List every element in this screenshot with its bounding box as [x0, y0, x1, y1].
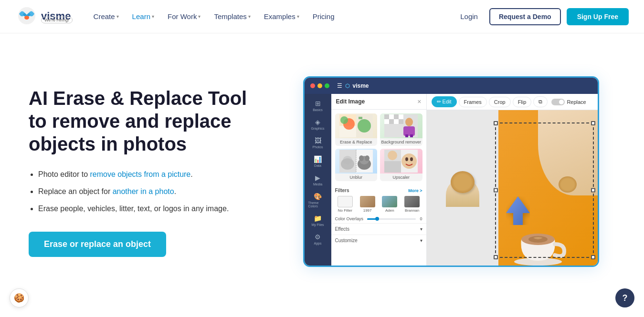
sidebar-label-photos: Photos — [313, 145, 323, 149]
panel-close-button[interactable]: × — [417, 98, 421, 105]
logo-icon — [15, 5, 38, 28]
svg-rect-20 — [405, 134, 408, 137]
filter-brannan[interactable]: Brannan — [402, 196, 422, 213]
apps-icon: ⚙ — [315, 233, 321, 241]
login-button[interactable]: Login — [454, 9, 484, 24]
filter-row: No Filter 1997 Aden Brannan — [331, 194, 426, 215]
bg-remover-preview — [380, 113, 422, 138]
thumb-upscaler[interactable]: Upscaler — [380, 149, 422, 181]
nav-item-learn[interactable]: Learn ▾ — [127, 9, 160, 24]
sidebar-label-basics: Basics — [313, 108, 323, 112]
svg-rect-21 — [410, 134, 413, 137]
toolbar-flip-button[interactable]: Flip — [513, 97, 532, 107]
sidebar-label-apps: Apps — [314, 242, 322, 245]
canvas-area: ✏ Edit Frames Crop Flip ⧉ Replace — [427, 94, 598, 266]
filters-section-title: Filters More > — [331, 185, 426, 194]
graphics-icon: ◈ — [315, 118, 320, 126]
cookie-consent-button[interactable]: 🍪 — [10, 288, 29, 307]
thumb-erase-replace[interactable]: Erase & Replace — [335, 113, 378, 146]
svg-point-7 — [358, 119, 371, 133]
customize-accordion[interactable]: Customize ▾ — [331, 235, 426, 246]
sidebar-item-media[interactable]: ▶ Media — [306, 171, 329, 189]
erase-replace-preview — [335, 113, 378, 138]
effects-chevron-icon: ▾ — [420, 226, 422, 232]
canvas-right-section — [498, 110, 598, 266]
signup-button[interactable]: Sign Up Free — [567, 8, 629, 25]
demo-sidebar: ⊞ Basics ◈ Graphics 🖼 Photos 📊 Data — [305, 94, 331, 266]
svg-point-36 — [405, 157, 408, 161]
window-controls — [310, 83, 329, 88]
svg-rect-17 — [399, 119, 403, 124]
slider-handle — [375, 217, 379, 221]
sidebar-item-photos[interactable]: 🖼 Photos — [306, 134, 329, 152]
filter-no-filter[interactable]: No Filter — [335, 196, 356, 213]
nav-item-examples[interactable]: Examples ▾ — [258, 9, 305, 24]
color-overlays-label: Color Overlays — [335, 216, 364, 221]
bullet-2-link[interactable]: another in a photo — [113, 187, 174, 195]
sidebar-label-data: Data — [314, 164, 321, 167]
bg-thumb-svg — [384, 114, 418, 137]
window-minimize-dot — [317, 83, 322, 88]
upscaler-label: Upscaler — [380, 174, 422, 181]
toolbar-copy-button[interactable]: ⧉ — [533, 96, 548, 107]
chevron-down-icon: ▾ — [152, 14, 154, 19]
request-demo-button[interactable]: Request a Demo — [489, 8, 561, 25]
sidebar-item-apps[interactable]: ⚙ Apps — [306, 230, 329, 248]
bullet-3: Erase people, vehicles, litter, text, or… — [38, 203, 267, 215]
files-icon: 📁 — [314, 215, 322, 222]
bg-remover-label: Background remover — [380, 138, 422, 146]
canvas-left-section — [427, 110, 498, 266]
tool-thumbnails: Erase & Replace — [331, 110, 426, 185]
unblur-thumb-svg — [339, 150, 373, 173]
sidebar-item-basics[interactable]: ⊞ Basics — [306, 97, 329, 114]
thumb-bg-remover[interactable]: Background remover — [380, 113, 422, 146]
theme-icon: 🎨 — [314, 193, 322, 200]
color-overlays-row: Color Overlays 0 — [331, 215, 426, 223]
logo[interactable]: visme We're Hiring! — [15, 5, 73, 28]
nav-item-pricing[interactable]: Pricing — [307, 9, 340, 24]
customize-label: Customize — [335, 238, 358, 243]
thumb-unblur[interactable]: Unblur — [335, 149, 378, 181]
chevron-down-icon: ▾ — [248, 14, 251, 19]
color-overlays-value: 0 — [420, 216, 422, 221]
svg-rect-16 — [394, 119, 399, 124]
filters-more-button[interactable]: More > — [408, 188, 422, 193]
toolbar-frames-button[interactable]: Frames — [459, 97, 487, 107]
nav-item-templates[interactable]: Templates ▾ — [208, 9, 256, 24]
panel-header: Edit Image × — [331, 94, 426, 110]
effects-accordion[interactable]: Effects ▾ — [331, 223, 426, 235]
hand-cookie-scene — [443, 169, 482, 207]
help-icon: ? — [623, 293, 628, 303]
filter-aden-label: Aden — [385, 208, 394, 213]
nav-item-create[interactable]: Create ▾ — [88, 9, 125, 24]
sidebar-item-graphics[interactable]: ◈ Graphics — [306, 115, 329, 133]
visme-logo-demo: ⬡ — [345, 83, 350, 89]
svg-rect-12 — [384, 119, 389, 124]
cookie-icon: 🍪 — [14, 293, 24, 303]
nav-item-forwork[interactable]: For Work ▾ — [162, 9, 206, 24]
toggle-knob — [559, 100, 564, 104]
toolbar-edit-button[interactable]: ✏ Edit — [432, 96, 457, 107]
filter-brannan-label: Brannan — [405, 208, 419, 213]
sidebar-item-theme[interactable]: 🎨 Theme Colors — [306, 190, 329, 211]
filter-brannan-thumb — [404, 196, 420, 207]
sidebar-item-files[interactable]: 📁 My Files — [306, 212, 329, 229]
cta-button[interactable]: Erase or replace an object — [29, 232, 166, 257]
svg-point-29 — [365, 155, 370, 161]
sidebar-item-data[interactable]: 📊 Data — [306, 153, 329, 170]
filter-aden[interactable]: Aden — [380, 196, 400, 213]
copy-icon: ⧉ — [538, 99, 542, 104]
replace-toggle-switch[interactable] — [551, 99, 565, 105]
replace-label: Replace — [567, 99, 586, 105]
toolbar-crop-button[interactable]: Crop — [489, 97, 511, 107]
canvas-image — [427, 110, 598, 266]
erase-thumb-svg — [339, 114, 373, 137]
filter-1997-label: 1997 — [363, 208, 372, 213]
svg-point-28 — [359, 155, 364, 161]
color-overlays-slider[interactable] — [367, 218, 416, 220]
help-button[interactable]: ? — [615, 288, 634, 307]
svg-rect-13 — [389, 119, 394, 124]
bullet-1-link[interactable]: remove objects from a picture — [90, 170, 191, 178]
hero-content: AI Erase & Replace Tool to remove and re… — [29, 87, 267, 257]
filter-1997[interactable]: 1997 — [357, 196, 378, 213]
